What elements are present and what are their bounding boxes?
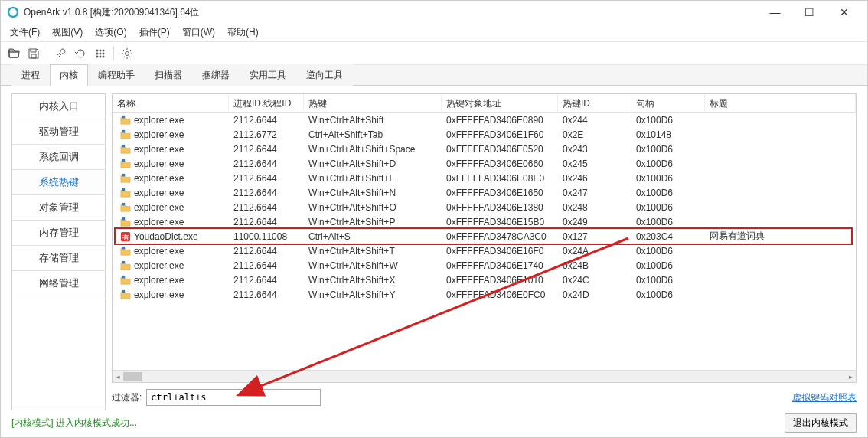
col-name[interactable]: 名称 xyxy=(113,94,229,113)
content: 名称 进程ID.线程ID 热键 热键对象地址 热键ID 句柄 标题 explor… xyxy=(112,93,857,410)
cell-id: 0x249 xyxy=(558,217,631,227)
col-hotkey[interactable]: 热键 xyxy=(304,94,442,113)
table-row[interactable]: explorer.exe2112.6644Win+Ctrl+Alt+Shift+… xyxy=(113,171,856,185)
svg-rect-11 xyxy=(122,115,126,118)
cell-id: 0x24C xyxy=(558,275,631,286)
grid-icon[interactable] xyxy=(92,45,109,62)
horizontal-scrollbar[interactable]: ◂ ▸ xyxy=(113,370,856,382)
table-row[interactable]: explorer.exe2112.6772Ctrl+Alt+Shift+Tab0… xyxy=(113,127,856,142)
col-handle[interactable]: 句柄 xyxy=(631,94,705,113)
tab[interactable]: 捆绑器 xyxy=(192,64,240,86)
cell-handle: 0x100D6 xyxy=(631,289,705,300)
sidebar-item[interactable]: 存储管理 xyxy=(12,246,105,271)
table-row[interactable]: explorer.exe2112.6644Win+Ctrl+Alt+Shift+… xyxy=(113,185,856,200)
process-name: explorer.exe xyxy=(134,246,184,257)
cell-addr: 0xFFFFFAD3406E0FC0 xyxy=(442,289,558,300)
cell-hotkey: Win+Ctrl+Alt+Shift+Space xyxy=(304,144,442,155)
cell-handle: 0x100D6 xyxy=(631,217,705,227)
cell-handle: 0x100D6 xyxy=(631,159,705,169)
svg-point-3 xyxy=(103,49,105,51)
process-name: explorer.exe xyxy=(134,129,184,140)
table-body[interactable]: explorer.exe2112.6644Win+Ctrl+Alt+Shift0… xyxy=(113,113,856,370)
menu-item[interactable]: 插件(P) xyxy=(133,24,176,41)
save-icon[interactable] xyxy=(25,45,42,62)
table-row[interactable]: 有YoudaoDict.exe11000.11008Ctrl+Alt+S0xFF… xyxy=(113,229,856,244)
col-id[interactable]: 热键ID xyxy=(558,94,631,113)
gear-icon[interactable] xyxy=(119,45,135,62)
svg-point-5 xyxy=(100,52,102,54)
scroll-left-arrow[interactable]: ◂ xyxy=(113,371,123,383)
svg-point-1 xyxy=(96,49,99,51)
col-title[interactable]: 标题 xyxy=(705,94,856,113)
cell-id: 0x243 xyxy=(558,144,631,155)
table-row[interactable]: explorer.exe2112.6644Win+Ctrl+Alt+Shift+… xyxy=(113,273,856,287)
table-row[interactable]: explorer.exe2112.6644Win+Ctrl+Alt+Shift+… xyxy=(113,244,856,258)
cell-addr: 0xFFFFFAD3406E1F60 xyxy=(442,129,558,140)
cell-handle: 0x100D6 xyxy=(631,260,705,271)
table-row[interactable]: explorer.exe2112.6644Win+Ctrl+Alt+Shift+… xyxy=(113,156,856,171)
main-area: 内核入口驱动管理系统回调系统热键对象管理内存管理存储管理网络管理 名称 进程ID… xyxy=(1,86,867,410)
table-row[interactable]: explorer.exe2112.6644Win+Ctrl+Alt+Shift+… xyxy=(113,258,856,273)
minimize-button[interactable]: — xyxy=(758,1,792,24)
close-button[interactable]: ✕ xyxy=(827,1,861,24)
cell-handle: 0x100D6 xyxy=(631,275,705,286)
svg-point-2 xyxy=(100,49,102,51)
cell-hotkey: Win+Ctrl+Alt+Shift+O xyxy=(304,202,442,213)
toolbar-separator xyxy=(47,47,47,60)
cell-hotkey: Win+Ctrl+Alt+Shift+Y xyxy=(304,289,442,300)
menu-item[interactable]: 文件(F) xyxy=(4,24,46,41)
table-row[interactable]: explorer.exe2112.6644Win+Ctrl+Alt+Shift+… xyxy=(113,142,856,156)
sidebar-item[interactable]: 对象管理 xyxy=(12,195,105,221)
tab[interactable]: 编程助手 xyxy=(88,64,145,86)
cell-id: 0x248 xyxy=(558,202,631,213)
cell-hotkey: Win+Ctrl+Alt+Shift+W xyxy=(304,260,442,271)
scroll-right-arrow[interactable]: ▸ xyxy=(845,371,856,383)
scroll-thumb[interactable] xyxy=(123,372,142,381)
menubar: 文件(F)视图(V)选项(O)插件(P)窗口(W)帮助(H) xyxy=(1,24,867,42)
cell-handle: 0x100D6 xyxy=(631,173,705,184)
exit-kernel-button[interactable]: 退出内核模式 xyxy=(785,413,857,433)
col-pid[interactable]: 进程ID.线程ID xyxy=(229,94,304,113)
cell-pid: 2112.6644 xyxy=(229,246,304,257)
filter-input[interactable] xyxy=(146,389,321,406)
table-row[interactable]: explorer.exe2112.6644Win+Ctrl+Alt+Shift+… xyxy=(113,287,856,302)
refresh-icon[interactable] xyxy=(72,45,89,62)
open-icon[interactable] xyxy=(5,45,22,62)
menu-item[interactable]: 选项(O) xyxy=(89,24,132,41)
cell-hotkey: Ctrl+Alt+S xyxy=(304,231,442,242)
menu-item[interactable]: 视图(V) xyxy=(46,24,89,41)
svg-point-4 xyxy=(96,52,99,54)
process-name: explorer.exe xyxy=(134,173,184,184)
tab[interactable]: 实用工具 xyxy=(240,64,296,86)
cell-id: 0x24A xyxy=(558,246,631,257)
vk-code-link[interactable]: 虚拟键码对照表 xyxy=(792,391,857,404)
tab[interactable]: 进程 xyxy=(11,64,50,86)
tab[interactable]: 扫描器 xyxy=(145,64,192,86)
cell-handle: 0x10148 xyxy=(631,129,705,140)
sidebar-item[interactable]: 系统回调 xyxy=(12,145,105,170)
sidebar: 内核入口驱动管理系统回调系统热键对象管理内存管理存储管理网络管理 xyxy=(11,93,106,410)
wrench-icon[interactable] xyxy=(52,45,69,62)
menu-item[interactable]: 窗口(W) xyxy=(176,24,221,41)
cell-hotkey: Win+Ctrl+Alt+Shift+N xyxy=(304,188,442,198)
menu-item[interactable]: 帮助(H) xyxy=(221,24,265,41)
cell-addr: 0xFFFFFAD3406E1650 xyxy=(442,188,558,198)
process-name: explorer.exe xyxy=(134,115,184,126)
tab[interactable]: 逆向工具 xyxy=(296,64,353,86)
table-row[interactable]: explorer.exe2112.6644Win+Ctrl+Alt+Shift0… xyxy=(113,113,856,127)
sidebar-item[interactable]: 网络管理 xyxy=(12,271,105,296)
cell-pid: 2112.6644 xyxy=(229,173,304,184)
maximize-button[interactable]: ☐ xyxy=(792,1,827,24)
sidebar-item[interactable]: 内核入口 xyxy=(12,94,105,119)
status-text: [内核模式] 进入内核模式成功... xyxy=(11,417,137,430)
sidebar-item[interactable]: 内存管理 xyxy=(12,221,105,246)
table-row[interactable]: explorer.exe2112.6644Win+Ctrl+Alt+Shift+… xyxy=(113,200,856,214)
sidebar-item[interactable]: 系统热键 xyxy=(12,170,105,195)
tab[interactable]: 内核 xyxy=(50,64,88,86)
cell-addr: 0xFFFFFAD3406E0660 xyxy=(442,159,558,169)
table-row[interactable]: explorer.exe2112.6644Win+Ctrl+Alt+Shift+… xyxy=(113,214,856,229)
col-addr[interactable]: 热键对象地址 xyxy=(442,94,558,113)
sidebar-item[interactable]: 驱动管理 xyxy=(12,119,105,145)
titlebar: OpenArk v1.0.8 [构建:202009041346] 64位 — ☐… xyxy=(1,1,867,24)
cell-handle: 0x100D6 xyxy=(631,115,705,126)
